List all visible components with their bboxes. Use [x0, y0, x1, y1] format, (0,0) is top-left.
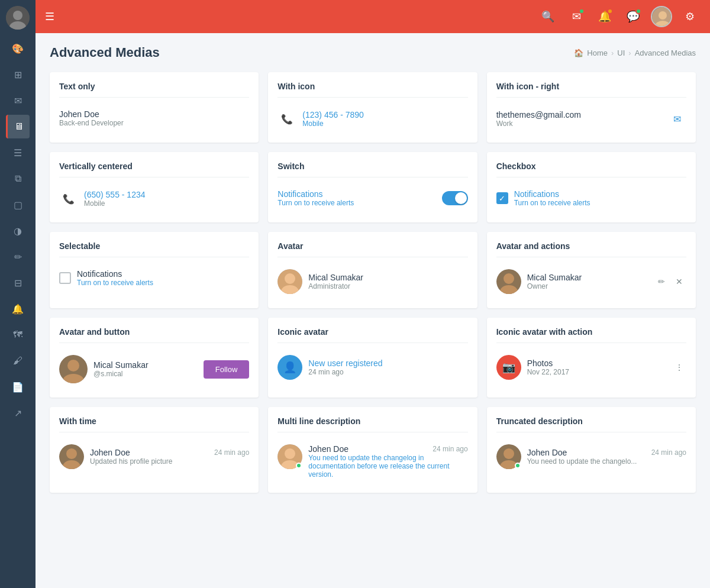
page-title: Advanced Medias	[50, 45, 160, 60]
media-iconic-avatar: 👤 New user registered 24 min ago	[277, 350, 467, 385]
breadcrumb: 🏠 Home › UI › Advanced Medias	[574, 49, 696, 57]
checkbox-checked[interactable]: ✓	[496, 192, 508, 204]
avatar-role: Administrator	[308, 282, 467, 290]
media-body-with-icon: (123) 456 - 7890 Mobile	[302, 110, 467, 128]
iconic-avatar-body: New user registered 24 min ago	[308, 358, 467, 376]
sidebar-item-edit[interactable]: ✏	[6, 245, 30, 269]
text-only-name: Johen Doe	[59, 109, 249, 119]
with-icon-label: Mobile	[302, 119, 467, 128]
breadcrumb-current: Advanced Medias	[635, 49, 696, 57]
sidebar-item-monitor[interactable]: 🖥	[6, 115, 30, 138]
avatar-button-image	[59, 355, 88, 383]
with-time-time: 24 min ago	[214, 448, 249, 457]
close-icon[interactable]: ✕	[672, 274, 686, 289]
svg-point-1	[13, 11, 22, 20]
home-icon: 🏠	[574, 49, 583, 57]
sidebar-item-bell[interactable]: 🔔	[6, 297, 30, 321]
sidebar-item-envelope[interactable]: ✉	[6, 89, 30, 112]
breadcrumb-ui[interactable]: UI	[617, 49, 625, 57]
avatar-truncated	[496, 444, 521, 469]
svg-point-22	[504, 448, 514, 459]
sidebar-item-brush[interactable]: 🖌	[6, 349, 30, 373]
more-icon[interactable]: ⋮	[672, 360, 686, 374]
card-iconic-avatar: Iconic avatar 👤 New user registered 24 m…	[268, 318, 477, 398]
card-title-text-only: Text only	[59, 82, 249, 98]
page-header: Advanced Medias 🏠 Home › UI › Advanced M…	[50, 45, 696, 60]
selectable-wrap: Notifications Turn on to receive alerts	[59, 264, 249, 292]
follow-button[interactable]: Follow	[204, 360, 250, 379]
avatar-button-name: Mical Sumakar	[93, 360, 198, 370]
navbar: ☰ 🔍 ✉ 🔔 💬 ⚙	[36, 0, 710, 33]
chat-badge	[635, 8, 641, 14]
card-title-iconic-avatar-action: Iconic avatar with action	[496, 327, 686, 343]
checkbox-label: Notifications	[514, 189, 686, 199]
edit-icon[interactable]: ✏	[654, 274, 669, 289]
breadcrumb-home[interactable]: Home	[587, 49, 608, 57]
email-button[interactable]: ✉	[566, 6, 587, 27]
notification-badge	[607, 8, 613, 14]
search-button[interactable]: 🔍	[537, 6, 559, 27]
with-icon-phone: (123) 456 - 7890	[302, 110, 467, 119]
checkbox-sub: Turn on to receive alerts	[514, 199, 686, 207]
switch-label: Notifications	[277, 189, 354, 199]
card-with-time: With time Johen Doe 24 min ago Updated h…	[50, 407, 259, 493]
selectable-checkbox[interactable]	[59, 272, 71, 284]
switch-info: Notifications Turn on to receive alerts	[277, 189, 354, 207]
card-checkbox: Checkbox ✓ Notifications Turn on to rece…	[487, 152, 696, 222]
iconic-avatar-action-body: Photos Nov 22, 2017	[527, 358, 666, 376]
selectable-body: Notifications Turn on to receive alerts	[77, 269, 249, 287]
sidebar-item-lines[interactable]: ☰	[6, 141, 30, 164]
vert-phone: (650) 555 - 1234	[84, 190, 249, 199]
phone-icon-vert: 📞	[59, 189, 78, 208]
toggle-switch[interactable]	[442, 191, 468, 205]
card-title-iconic-avatar: Iconic avatar	[277, 327, 467, 343]
sidebar-item-copy[interactable]: ⧉	[6, 167, 30, 190]
email-badge	[579, 8, 585, 14]
content-area: Advanced Medias 🏠 Home › UI › Advanced M…	[36, 33, 710, 588]
settings-button[interactable]: ⚙	[679, 6, 701, 27]
card-title-with-time: With time	[59, 416, 249, 432]
with-icon-right-email: thethemes@gmail.com	[496, 110, 661, 119]
sidebar-item-grid[interactable]: ⊞	[6, 63, 30, 86]
avatar-actions-name: Mical Sumakar	[527, 273, 648, 282]
card-with-icon-right: With icon - right thethemes@gmail.com Wo…	[487, 72, 696, 143]
multi-line-name: Johen Doe	[308, 444, 348, 454]
card-multi-line: Multi line description Johen Doe 24 min …	[268, 407, 477, 493]
card-truncated: Truncated description Johen Doe 24 min a…	[487, 407, 696, 493]
iconic-avatar-action-circle: 📷	[496, 355, 521, 380]
iconic-avatar-action-text: Photos	[527, 358, 666, 368]
online-status-dot	[296, 463, 302, 469]
hamburger-button[interactable]: ☰	[45, 10, 54, 23]
card-title-switch: Switch	[277, 161, 467, 177]
text-only-role: Back-end Developer	[59, 119, 249, 127]
notification-button[interactable]: 🔔	[594, 6, 615, 27]
avatar-body: Mical Sumakar Administrator	[308, 273, 467, 290]
sidebar-item-table[interactable]: ⊟	[6, 271, 30, 295]
breadcrumb-sep1: ›	[611, 49, 614, 57]
sidebar: 🎨 ⊞ ✉ 🖥 ☰ ⧉ ▢ ◑ ✏ ⊟ 🔔 🗺 🖌 📄 ↗	[0, 0, 36, 588]
iconic-avatar-text: New user registered	[308, 358, 467, 368]
card-title-truncated: Truncated description	[496, 416, 686, 432]
selectable-label: Notifications	[77, 269, 249, 279]
svg-point-4	[659, 11, 667, 20]
media-truncated: Johen Doe 24 min ago You need to update …	[496, 440, 686, 474]
sidebar-item-map[interactable]: 🗺	[6, 323, 30, 347]
svg-point-10	[504, 273, 514, 284]
avatar-actions-image	[496, 269, 521, 294]
avatar-name: Mical Sumakar	[308, 273, 467, 282]
sidebar-user-avatar[interactable]	[6, 6, 30, 30]
sidebar-item-square[interactable]: ▢	[6, 193, 30, 217]
sidebar-item-share[interactable]: ↗	[6, 401, 30, 425]
card-title-avatar-button: Avatar and button	[59, 327, 249, 343]
card-iconic-avatar-action: Iconic avatar with action 📷 Photos Nov 2…	[487, 318, 696, 398]
user-avatar[interactable]	[651, 6, 672, 27]
sidebar-item-palette[interactable]: 🎨	[6, 37, 30, 60]
avatar-image	[277, 269, 302, 294]
sidebar-item-pie[interactable]: ◑	[6, 219, 30, 243]
truncated-time: 24 min ago	[651, 448, 686, 457]
svg-point-7	[285, 273, 295, 284]
phone-icon: 📞	[277, 109, 296, 128]
chat-button[interactable]: 💬	[622, 6, 644, 27]
card-title-vertically-centered: Vertically centered	[59, 161, 249, 177]
sidebar-item-file[interactable]: 📄	[6, 375, 30, 399]
